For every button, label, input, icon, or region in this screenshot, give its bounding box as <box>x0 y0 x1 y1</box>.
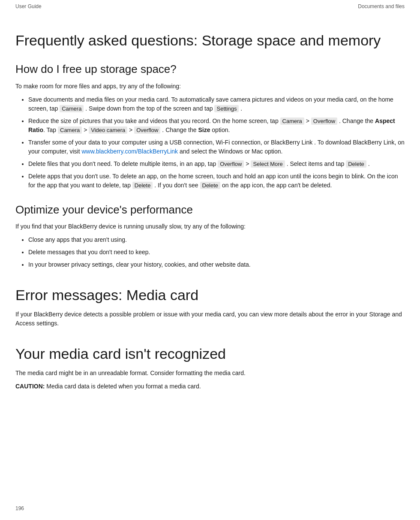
list-item: Reduce the size of pictures that you tak… <box>28 117 405 135</box>
main-content: Frequently asked questions: Storage spac… <box>0 13 420 421</box>
bullet-list-optimize-performance: Close any apps that you aren't using.Del… <box>28 235 405 269</box>
list-item: Transfer some of your data to your compu… <box>28 138 405 156</box>
bold-text: Size <box>198 126 210 133</box>
header-left: User Guide <box>15 3 42 9</box>
section-heading-error-messages: Error messages: Media card <box>15 286 405 304</box>
list-item: Delete apps that you don't use. To delet… <box>28 172 405 190</box>
caution-label: CAUTION: <box>15 383 46 390</box>
section-intro-not-recognized: The media card might be in an unreadable… <box>15 369 405 378</box>
list-item: Close any apps that you aren't using. <box>28 235 405 244</box>
caution-text: CAUTION: Media card data is deleted when… <box>15 382 405 391</box>
inline-code: Settings <box>214 105 239 112</box>
inline-code: Camera <box>60 105 84 112</box>
list-item: Delete messages that you don't need to k… <box>28 248 405 257</box>
list-item: In your browser privacy settings, clear … <box>28 260 405 269</box>
list-item: Delete files that you don't need. To del… <box>28 159 405 168</box>
section-intro-free-storage: To make room for more files and apps, tr… <box>15 82 405 91</box>
section-intro-optimize-performance: If you find that your BlackBerry device … <box>15 222 405 231</box>
section-intro-error-messages: If your BlackBerry device detects a poss… <box>15 310 405 328</box>
inline-code: Overflow <box>134 126 160 134</box>
inline-code: Overflow <box>218 160 244 168</box>
section-heading-free-storage: How do I free up storage space? <box>15 62 405 77</box>
inline-code: Select More <box>251 160 285 168</box>
inline-code: Delete <box>200 182 221 189</box>
inline-code: Video camera <box>89 126 127 134</box>
sections-container: How do I free up storage space?To make r… <box>15 62 405 391</box>
page-title: Frequently asked questions: Storage spac… <box>15 32 405 49</box>
page-header: User Guide Documents and files <box>0 0 420 13</box>
inline-code: Delete <box>132 182 153 189</box>
bullet-list-free-storage: Save documents and media files on your m… <box>28 95 405 190</box>
page-footer: 196 <box>15 505 24 511</box>
section-heading-not-recognized: Your media card isn't recognized <box>15 345 405 363</box>
section-heading-optimize-performance: Optimize your device's performance <box>15 203 405 217</box>
inline-link[interactable]: www.blackberry.com/BlackBerryLink <box>82 148 178 155</box>
inline-code: Overflow <box>311 117 337 125</box>
page-number: 196 <box>15 505 24 511</box>
inline-code: Camera <box>280 117 304 125</box>
inline-code: Delete <box>346 160 366 168</box>
bold-text: Aspect Ratio <box>28 117 395 133</box>
header-right: Documents and files <box>358 3 405 9</box>
list-item: Save documents and media files on your m… <box>28 95 405 113</box>
inline-code: Camera <box>58 126 82 134</box>
